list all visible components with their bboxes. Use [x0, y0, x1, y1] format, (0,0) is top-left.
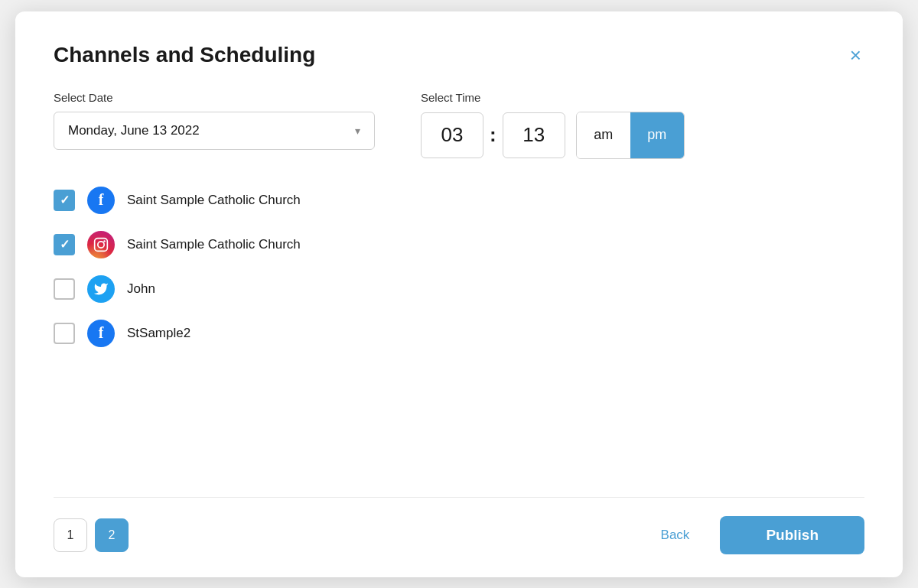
footer-actions: Back Publish [646, 516, 864, 554]
date-time-row: Select Date Monday, June 13 2022 ▾ Selec… [54, 91, 864, 159]
facebook-icon-1: f [87, 187, 115, 214]
pm-button[interactable]: pm [630, 112, 684, 158]
channel-item-1[interactable]: f Saint Sample Catholic Church [54, 187, 864, 214]
time-picker: : am pm [421, 112, 685, 159]
pagination: 1 2 [54, 518, 129, 552]
page-2-button[interactable]: 2 [95, 518, 129, 552]
modal-title: Channels and Scheduling [54, 43, 315, 67]
instagram-icon-1 [87, 231, 115, 258]
ampm-toggle: am pm [576, 112, 685, 159]
channel-name-3: John [127, 281, 155, 297]
time-colon: : [488, 123, 498, 147]
checkbox-2[interactable] [54, 234, 75, 255]
channel-name-4: StSample2 [127, 326, 190, 341]
modal-footer: 1 2 Back Publish [54, 497, 864, 554]
channel-name-1: Saint Sample Catholic Church [127, 193, 301, 208]
time-field-group: Select Time : am pm [421, 91, 685, 159]
facebook-icon-2: f [87, 320, 115, 347]
twitter-icon-1 [87, 275, 115, 303]
checkbox-3[interactable] [54, 278, 75, 300]
date-field-group: Select Date Monday, June 13 2022 ▾ [54, 91, 375, 159]
date-select-dropdown[interactable]: Monday, June 13 2022 ▾ [54, 112, 375, 150]
hour-input[interactable] [421, 112, 483, 158]
time-label: Select Time [421, 91, 685, 104]
publish-button[interactable]: Publish [720, 516, 864, 554]
checkbox-1[interactable] [54, 190, 75, 211]
svg-point-1 [98, 241, 104, 247]
date-label: Select Date [54, 91, 375, 104]
svg-rect-0 [95, 238, 108, 251]
channel-item-2[interactable]: Saint Sample Catholic Church [54, 231, 864, 258]
am-button[interactable]: am [577, 112, 630, 158]
page-1-button[interactable]: 1 [54, 518, 87, 552]
back-button[interactable]: Back [646, 517, 705, 554]
modal-container: Channels and Scheduling × Select Date Mo… [15, 11, 903, 577]
close-button[interactable]: × [847, 42, 864, 68]
modal-header: Channels and Scheduling × [54, 42, 864, 68]
channel-item-4[interactable]: f StSample2 [54, 320, 864, 347]
date-selected-value: Monday, June 13 2022 [68, 123, 200, 138]
channel-item-3[interactable]: John [54, 275, 864, 303]
minute-input[interactable] [503, 112, 565, 158]
checkbox-4[interactable] [54, 323, 75, 344]
channels-list: f Saint Sample Catholic Church Saint Sam… [54, 187, 864, 347]
channel-name-2: Saint Sample Catholic Church [127, 237, 301, 252]
svg-point-2 [103, 240, 106, 242]
chevron-down-icon: ▾ [355, 125, 360, 137]
